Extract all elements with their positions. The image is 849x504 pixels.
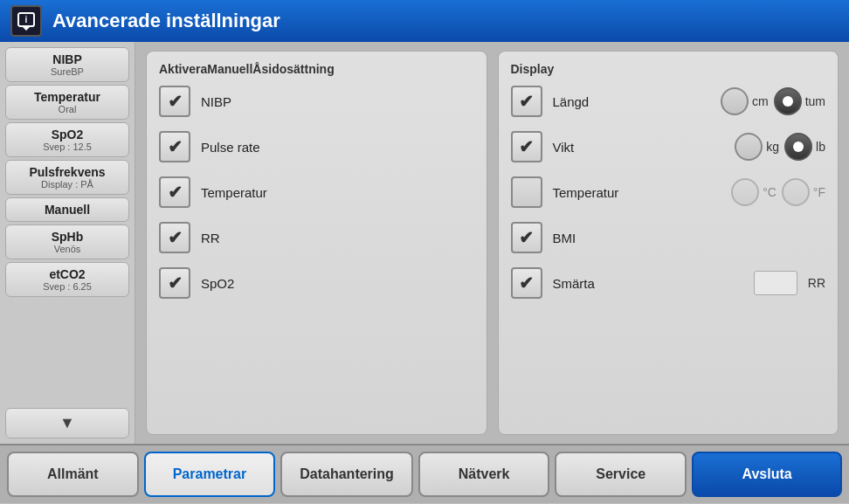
panel-row-rr: RR xyxy=(159,221,474,254)
smarta-rr-label: RR xyxy=(808,276,825,290)
label-spo2: SpO2 xyxy=(201,276,474,291)
tab-natverk[interactable]: Nätverk xyxy=(418,452,550,497)
radio-label-kg: kg xyxy=(766,140,779,154)
radio-btn-fahrenheit[interactable] xyxy=(782,178,810,206)
checkbox-rr[interactable] xyxy=(159,222,190,253)
checkbox-temperatur[interactable] xyxy=(159,176,190,208)
checkbox-vikt[interactable] xyxy=(511,131,542,162)
label-vikt: Vikt xyxy=(553,140,725,155)
radio-group-temperatur: °C °F xyxy=(731,178,825,206)
panel-row-vikt: Vikt kg lb xyxy=(511,130,826,163)
tab-service[interactable]: Service xyxy=(555,452,687,497)
label-langd: Längd xyxy=(553,94,710,109)
tab-datahantering[interactable]: Datahantering xyxy=(280,452,413,497)
checkbox-pulse-rate[interactable] xyxy=(159,131,190,162)
panel-row-nibp: NIBP xyxy=(159,85,474,118)
panel-row-smarta: Smärta RR xyxy=(511,266,826,300)
radio-option-kg: kg xyxy=(735,133,779,161)
label-temperatur: Temperatur xyxy=(201,185,474,200)
panel-row-spo2: SpO2 xyxy=(159,266,474,300)
radio-group-langd: cm tum xyxy=(721,87,825,115)
right-panel-title: Display xyxy=(511,62,826,76)
radio-btn-celsius[interactable] xyxy=(731,178,759,206)
checkbox-langd[interactable] xyxy=(511,86,542,117)
label-nibp: NIBP xyxy=(201,94,474,109)
label-smarta: Smärta xyxy=(553,276,743,291)
radio-option-lb: lb xyxy=(784,133,825,161)
tab-avsluta[interactable]: Avsluta xyxy=(692,452,842,497)
panel-row-langd: Längd cm tum xyxy=(511,85,826,118)
radio-option-tum: tum xyxy=(774,87,825,115)
radio-group-vikt: kg lb xyxy=(735,133,825,161)
sidebar-item-manuell[interactable]: Manuell xyxy=(5,197,129,222)
sidebar-item-sphb[interactable]: SpHb Venös xyxy=(5,224,129,259)
sidebar-item-etco2[interactable]: etCO2 Svep : 6.25 xyxy=(5,262,129,297)
label-pulse-rate: Pulse rate xyxy=(201,140,474,155)
sidebar-item-pulsfrekvens[interactable]: Pulsfrekvens Display : PÅ xyxy=(5,160,129,195)
main-area: NIBP SureBP Temperatur Oral SpO2 Svep : … xyxy=(0,42,849,444)
app-icon: i xyxy=(10,5,42,37)
content-area: AktiveraManuellÅsidosättning NIBP Pulse … xyxy=(135,42,849,444)
radio-option-celsius: °C xyxy=(731,178,777,206)
right-panel: Display Längd cm tum xyxy=(498,51,839,435)
radio-btn-lb[interactable] xyxy=(784,133,812,161)
radio-label-celsius: °C xyxy=(763,185,777,199)
label-bmi: BMI xyxy=(553,231,826,245)
svg-text:i: i xyxy=(25,15,28,24)
page-title: Avancerade inställningar xyxy=(52,10,280,32)
panel-row-display-temperatur: Temperatur °C °F xyxy=(511,176,826,209)
checkbox-spo2[interactable] xyxy=(159,267,190,299)
radio-label-lb: lb xyxy=(816,140,825,154)
radio-btn-cm[interactable] xyxy=(721,87,749,115)
checkbox-nibp[interactable] xyxy=(159,86,190,117)
label-display-temperatur: Temperatur xyxy=(553,185,721,200)
sidebar-scroll-down[interactable]: ▼ xyxy=(5,408,129,438)
sidebar-item-nibp[interactable]: NIBP SureBP xyxy=(5,47,129,82)
panel-row-temperatur: Temperatur xyxy=(159,176,474,209)
tab-parametrar[interactable]: Parametrar xyxy=(144,452,276,497)
panel-row-bmi: BMI xyxy=(511,221,826,254)
sidebar: NIBP SureBP Temperatur Oral SpO2 Svep : … xyxy=(0,42,135,444)
sidebar-item-temperatur[interactable]: Temperatur Oral xyxy=(5,85,129,120)
tab-allman[interactable]: Allmänt xyxy=(7,452,139,497)
radio-label-cm: cm xyxy=(752,94,769,108)
left-panel: AktiveraManuellÅsidosättning NIBP Pulse … xyxy=(146,51,487,435)
radio-btn-tum[interactable] xyxy=(774,87,802,115)
radio-option-fahrenheit: °F xyxy=(782,178,825,206)
panel-row-pulse-rate: Pulse rate xyxy=(159,130,474,163)
radio-option-cm: cm xyxy=(721,87,769,115)
label-rr: RR xyxy=(201,231,474,245)
header: i Avancerade inställningar xyxy=(0,0,849,42)
radio-label-tum: tum xyxy=(805,94,825,108)
checkbox-display-temperatur[interactable] xyxy=(511,176,542,208)
svg-marker-1 xyxy=(22,26,31,31)
radio-btn-kg[interactable] xyxy=(735,133,763,161)
left-panel-title: AktiveraManuellÅsidosättning xyxy=(159,62,474,76)
tab-bar: Allmänt Parametrar Datahantering Nätverk… xyxy=(0,444,849,503)
checkbox-smarta[interactable] xyxy=(511,267,542,299)
smarta-text-box[interactable] xyxy=(754,271,797,295)
checkbox-bmi[interactable] xyxy=(511,222,542,253)
sidebar-item-spo2[interactable]: SpO2 Svep : 12.5 xyxy=(5,122,129,157)
radio-label-fahrenheit: °F xyxy=(813,185,825,199)
